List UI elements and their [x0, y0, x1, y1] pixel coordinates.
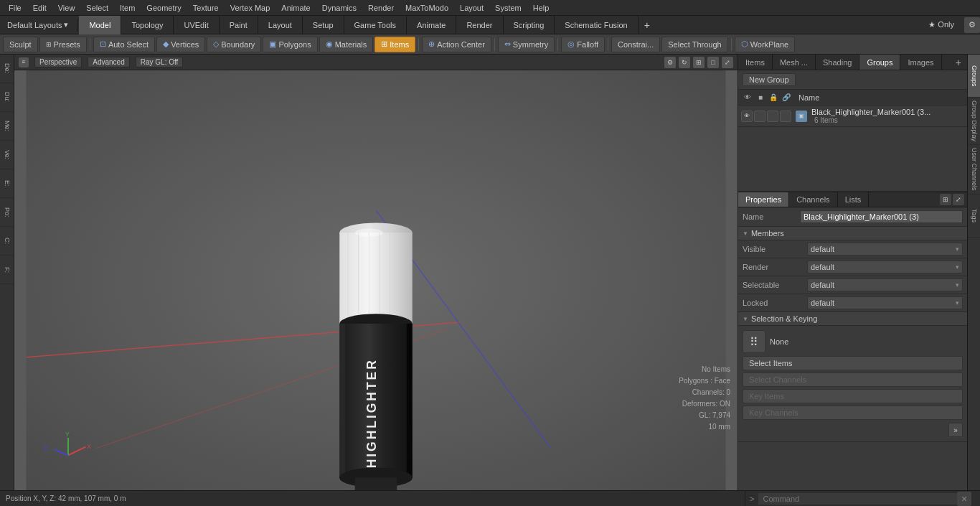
tab-scripting[interactable]: Scripting — [504, 16, 555, 34]
panel-tab-groups[interactable]: Groups — [859, 55, 900, 70]
select-items-btn[interactable]: Select Items — [743, 356, 963, 370]
menu-select[interactable]: Select — [80, 0, 114, 15]
panel-tab-add-icon[interactable]: + — [950, 55, 967, 70]
select-toggle[interactable] — [767, 111, 778, 122]
panel-tab-mesh[interactable]: Mesh ... — [773, 55, 816, 70]
props-tab-lists[interactable]: Lists — [838, 192, 870, 207]
default-layouts-btn[interactable]: Default Layouts ▾ — [0, 19, 75, 31]
viewport[interactable]: ≡ Perspective Advanced Ray GL: Off ⚙ ↻ ⊞… — [14, 55, 738, 490]
tab-paint[interactable]: Paint — [220, 16, 258, 34]
group-item-row[interactable]: 👁 ▣ Black_Highlighter_Marker001 (3... 6 … — [738, 106, 967, 127]
menu-render[interactable]: Render — [362, 0, 400, 15]
menu-layout[interactable]: Layout — [454, 0, 489, 15]
key-items-btn[interactable]: Key Items — [743, 389, 963, 403]
left-tab-du[interactable]: Du: — [0, 83, 14, 112]
viewport-maximize-icon[interactable]: ⤢ — [722, 57, 733, 68]
viewport-settings-icon[interactable]: ⚙ — [664, 57, 676, 68]
panel-tab-items[interactable]: Items — [738, 55, 773, 70]
menu-maxtomodo[interactable]: MaxToModo — [400, 0, 454, 15]
menu-animate[interactable]: Animate — [275, 0, 316, 15]
props-tab-channels[interactable]: Channels — [789, 192, 837, 207]
perspective-btn[interactable]: Perspective — [34, 57, 82, 67]
left-tab-f[interactable]: F: — [0, 256, 14, 284]
only-star-btn[interactable]: ★ Only — [921, 19, 961, 31]
right-tab-groups[interactable]: Groups — [968, 55, 980, 98]
tab-topology[interactable]: Topology — [121, 16, 174, 34]
lock-toggle[interactable] — [780, 111, 791, 122]
left-tab-e[interactable]: E: — [0, 169, 14, 198]
menu-system[interactable]: System — [489, 0, 527, 15]
sculpt-btn[interactable]: Sculpt — [3, 37, 38, 52]
falloff-btn[interactable]: ◎ Falloff — [561, 37, 605, 52]
viewport-menu-icon[interactable]: ≡ — [19, 57, 29, 67]
tab-uvedit[interactable]: UVEdit — [174, 16, 219, 34]
add-layout-btn[interactable]: + — [639, 18, 656, 32]
command-arrow-icon[interactable]: > — [745, 495, 758, 503]
render-select[interactable]: default ▾ — [807, 261, 963, 273]
left-tab-de[interactable]: De: — [0, 55, 14, 83]
locked-select[interactable]: default ▾ — [807, 296, 963, 309]
viewport-orbit-icon[interactable]: ↻ — [679, 57, 690, 68]
presets-btn[interactable]: ⊞ Presets — [39, 37, 87, 52]
members-section-header[interactable]: ▼ Members — [738, 227, 967, 240]
props-tab-properties[interactable]: Properties — [738, 192, 789, 207]
selection-keying-header[interactable]: ▼ Selection & Keying — [738, 312, 967, 326]
auto-select-btn[interactable]: ⊡ Auto Select — [93, 37, 155, 52]
viewport-canvas[interactable]: HIGHLIGHTER — [14, 70, 738, 490]
select-channels-btn[interactable]: Select Channels — [743, 373, 963, 387]
props-panel-icon1[interactable]: ⊞ — [940, 194, 951, 205]
visibility-toggle[interactable]: 👁 — [741, 111, 753, 122]
action-center-btn[interactable]: ⊕ Action Center — [422, 37, 491, 52]
right-tab-user-channels[interactable]: User Channels — [968, 145, 980, 195]
menu-file[interactable]: File — [3, 0, 27, 15]
select-through-btn[interactable]: Select Through — [661, 37, 727, 52]
tab-schematic-fusion[interactable]: Schematic Fusion — [555, 16, 638, 34]
keying-expand-btn[interactable]: » — [948, 423, 963, 437]
menu-help[interactable]: Help — [527, 0, 555, 15]
tab-setup[interactable]: Setup — [303, 16, 344, 34]
tab-model[interactable]: Model — [79, 16, 121, 34]
panel-tab-shading[interactable]: Shading — [816, 55, 859, 70]
gear-icon[interactable]: ⚙ — [964, 17, 980, 33]
constraints-btn[interactable]: Constrai... — [611, 37, 660, 52]
name-prop-input[interactable] — [800, 210, 963, 223]
visible-select[interactable]: default ▾ — [807, 243, 963, 256]
props-panel-icon2[interactable]: ⤢ — [953, 194, 964, 205]
workplane-btn[interactable]: ⬡ WorkPlane — [735, 37, 796, 52]
viewport-zoom-fit-icon[interactable]: ⊞ — [693, 57, 705, 68]
command-clear-btn[interactable]: × — [957, 492, 971, 506]
menu-dynamics[interactable]: Dynamics — [316, 0, 362, 15]
right-tab-tags[interactable]: Tags — [968, 195, 980, 238]
panel-tab-images[interactable]: Images — [900, 55, 941, 70]
menu-texture[interactable]: Texture — [187, 0, 225, 15]
ray-gl-btn[interactable]: Ray GL: Off — [136, 57, 184, 67]
boundary-btn[interactable]: ◇ Boundary — [207, 37, 261, 52]
left-tab-me[interactable]: Me: — [0, 112, 14, 141]
tab-game-tools[interactable]: Game Tools — [344, 16, 407, 34]
advanced-btn[interactable]: Advanced — [88, 57, 129, 67]
menu-item[interactable]: Item — [114, 0, 141, 15]
viewport-frame-icon[interactable]: □ — [707, 57, 719, 68]
materials-btn[interactable]: ◉ Materials — [319, 37, 374, 52]
menu-vertex-map[interactable]: Vertex Map — [225, 0, 276, 15]
command-input[interactable] — [758, 493, 957, 505]
new-group-btn[interactable]: New Group — [743, 73, 796, 86]
keying-grid-icon: ⠿ — [743, 330, 765, 353]
left-tab-po[interactable]: Po: — [0, 198, 14, 227]
menu-view[interactable]: View — [52, 0, 81, 15]
tab-layout[interactable]: Layout — [258, 16, 303, 34]
vertices-btn[interactable]: ◆ Vertices — [156, 37, 205, 52]
key-channels-btn[interactable]: Key Channels — [743, 406, 963, 420]
tab-animate[interactable]: Animate — [407, 16, 456, 34]
selectable-select[interactable]: default ▾ — [807, 278, 963, 291]
left-tab-c[interactable]: C: — [0, 227, 14, 256]
menu-geometry[interactable]: Geometry — [141, 0, 187, 15]
right-tab-group-display[interactable]: Group Display — [968, 98, 980, 145]
items-btn[interactable]: ⊞ Items — [374, 37, 415, 52]
menu-edit[interactable]: Edit — [27, 0, 52, 15]
tab-render[interactable]: Render — [456, 16, 503, 34]
left-tab-ve[interactable]: Ve: — [0, 141, 14, 169]
symmetry-btn[interactable]: ⇔ Symmetry — [498, 37, 555, 52]
render-toggle[interactable] — [754, 111, 765, 122]
polygons-btn[interactable]: ▣ Polygons — [263, 37, 317, 52]
